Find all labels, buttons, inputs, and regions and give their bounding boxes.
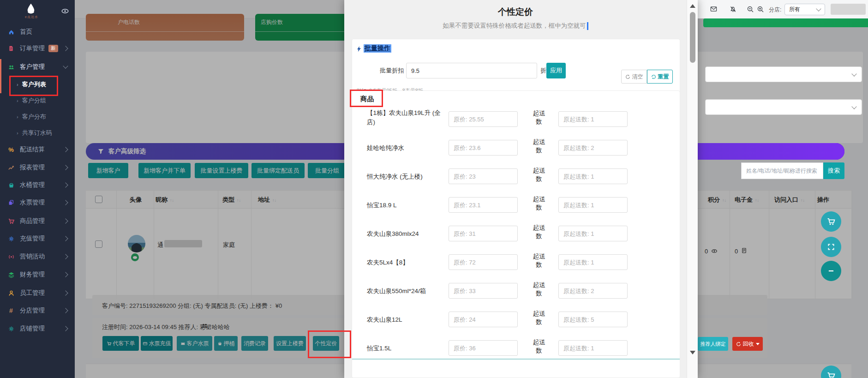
product-name: 【1栋】农夫山泉19L升 (全店) <box>367 108 444 126</box>
product-price-input[interactable] <box>449 226 518 241</box>
min-qty-label: 起送数 <box>531 167 547 183</box>
right-filter-select-2[interactable] <box>705 99 862 115</box>
product-price-input[interactable] <box>449 312 518 327</box>
min-qty-label: 起送数 <box>531 138 547 155</box>
min-qty-label: 起送数 <box>531 224 547 240</box>
product-name: 农夫5Lx4【8】 <box>367 258 444 267</box>
batch-operations-heading: 批量操作 <box>364 44 391 53</box>
bucket-icon <box>7 181 15 189</box>
product-qty-input[interactable] <box>558 283 628 299</box>
reset-button[interactable]: 重置 <box>647 70 673 84</box>
sidebar-item-marketing[interactable]: 营销活动 <box>0 249 75 264</box>
modal-scrollbar[interactable] <box>687 0 698 378</box>
mail-icon[interactable] <box>710 6 718 12</box>
sidebar-visibility-eye-icon[interactable] <box>61 7 69 15</box>
product-price-input[interactable] <box>449 197 518 213</box>
product-name: 农夫山泉550ml*24/箱 <box>367 287 444 296</box>
advanced-filter-bar-right <box>698 143 844 160</box>
row-action-cart-button[interactable] <box>821 211 841 232</box>
chevron-down-icon <box>851 71 856 76</box>
chevron-right-icon <box>63 165 68 170</box>
scrollbar-thumb[interactable] <box>690 12 695 63</box>
chevron-right-icon <box>63 182 68 187</box>
sidebar-item-buckets[interactable]: 水桶管理 <box>0 177 75 193</box>
product-price-input[interactable] <box>449 254 518 270</box>
scan-icon <box>827 243 835 251</box>
sidebar-item-reports[interactable]: 报表管理 <box>0 160 75 175</box>
min-qty-label: 起送数 <box>531 310 547 326</box>
annotation-box-customer-list <box>9 76 58 96</box>
zoom-out-icon[interactable] <box>747 6 754 13</box>
discount-unit-label: 折 <box>540 66 546 75</box>
min-qty-label: 起送数 <box>531 195 547 212</box>
product-qty-input[interactable] <box>558 226 628 241</box>
cart-icon <box>826 217 836 226</box>
sidebar-item-label: 商品管理 <box>20 217 45 225</box>
reset-label: 重置 <box>658 73 669 81</box>
sidebar-item-shop[interactable]: 店铺管理 <box>0 321 75 336</box>
text-cursor <box>587 22 588 30</box>
new-badge: 新 <box>48 45 58 52</box>
product-qty-input[interactable] <box>558 340 628 356</box>
sidebar-item-label: 共享订水码 <box>22 129 52 137</box>
clear-button[interactable]: 清空 <box>621 70 647 84</box>
scroll-down-arrow[interactable] <box>690 351 695 354</box>
sidebar-item-home[interactable]: 首页 <box>0 24 75 40</box>
product-qty-input[interactable] <box>558 168 628 184</box>
sidebar-item-shared-water-code[interactable]: › 共享订水码 <box>0 125 75 141</box>
sidebar-item-finance[interactable]: 财务管理 <box>0 267 75 282</box>
min-qty-label: 起送数 <box>531 109 547 126</box>
copy-icon <box>7 199 15 206</box>
product-qty-input[interactable] <box>558 254 628 270</box>
right-filter-select-1[interactable] <box>705 66 862 82</box>
product-name: 怡宝1.5L <box>367 344 444 353</box>
zoom-in-icon[interactable] <box>757 6 764 13</box>
sidebar-item-recharge[interactable]: 充值管理 <box>0 231 75 246</box>
modal-subtitle-text: 如果不需要设置特殊价格或者起送数，框中为空就可 <box>443 22 586 29</box>
sidebar-item-customers[interactable]: 客户管理 <box>0 59 75 75</box>
bind-referrer-button[interactable]: 推荐人绑定 <box>698 337 728 351</box>
batch-discount-input[interactable] <box>406 63 537 78</box>
sidebar-item-delivery-settlement[interactable]: % 配送结算 <box>0 142 75 157</box>
sidebar-item-employees[interactable]: 员工管理 <box>0 285 75 301</box>
branch-label: 分店: <box>769 6 781 14</box>
product-qty-input[interactable] <box>558 140 628 156</box>
sidebar-item-water-tickets[interactable]: 水票管理 <box>0 195 75 210</box>
chevron-right-icon <box>63 236 68 241</box>
minus-icon <box>827 267 835 275</box>
sidebar-item-customer-distribution[interactable]: › 客户分布 <box>0 109 75 125</box>
product-price-input[interactable] <box>449 283 518 299</box>
product-qty-input[interactable] <box>558 197 628 213</box>
recycle-icon <box>736 342 741 347</box>
branch-select[interactable]: 所有 <box>784 4 825 15</box>
customers-people-icon <box>7 63 15 71</box>
cart-icon <box>7 217 15 225</box>
chevron-right-icon <box>63 147 68 152</box>
row-action-collapse-button[interactable] <box>821 261 841 281</box>
search-input[interactable] <box>741 162 823 179</box>
recycle-button[interactable]: 回收 <box>732 337 763 351</box>
sidebar-item-products[interactable]: 商品管理 <box>0 213 75 229</box>
apply-button[interactable]: 应用 <box>546 63 566 78</box>
submenu-arrow-icon: › <box>17 130 18 136</box>
sidebar-item-label: 水票管理 <box>20 198 45 207</box>
product-name: 怡宝18.9 L <box>367 201 444 210</box>
product-price-input[interactable] <box>449 168 518 184</box>
row-action-scan-button[interactable] <box>821 237 841 257</box>
chevron-right-icon <box>63 254 68 259</box>
product-name: 农夫山泉12L <box>367 315 444 324</box>
chevron-right-icon <box>63 218 68 223</box>
home-icon <box>7 28 15 36</box>
product-qty-input[interactable] <box>558 312 628 327</box>
notifications-off-icon[interactable] <box>729 6 737 13</box>
product-price-input[interactable] <box>449 111 518 127</box>
product-qty-input[interactable] <box>558 111 628 127</box>
search-button[interactable]: 搜索 <box>823 162 844 179</box>
sidebar-item-branches[interactable]: # 分店管理 <box>0 303 75 318</box>
sidebar-item-label: 员工管理 <box>20 289 45 297</box>
sidebar-item-orders[interactable]: 订单管理 新 <box>0 41 75 56</box>
product-price-input[interactable] <box>449 140 518 156</box>
scroll-up-arrow[interactable] <box>690 4 695 8</box>
app-root: 户电话数 店购价数 分 组 ： 客户状态： 会员状态： 全部 全部 全部 类 型… <box>0 0 868 378</box>
product-price-input[interactable] <box>449 340 518 356</box>
